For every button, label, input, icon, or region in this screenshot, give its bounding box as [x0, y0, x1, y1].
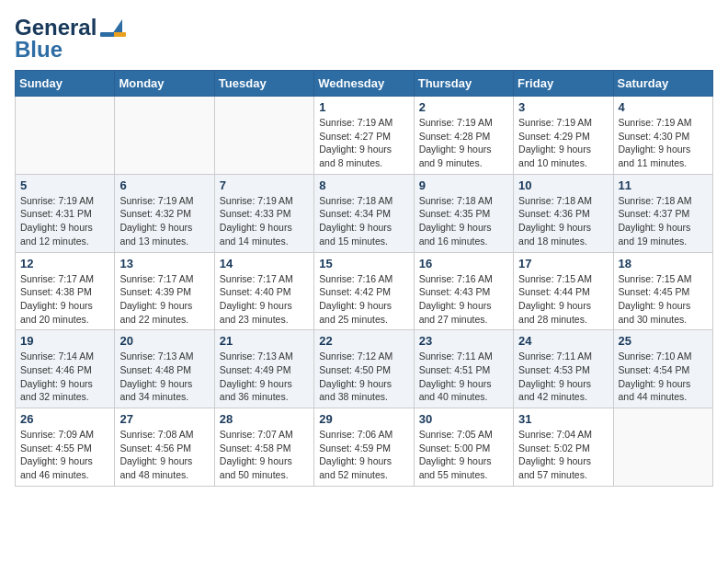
- calendar-table: SundayMondayTuesdayWednesdayThursdayFrid…: [15, 70, 713, 487]
- calendar-cell: 28Sunrise: 7:07 AMSunset: 4:58 PMDayligh…: [214, 408, 313, 487]
- calendar-cell: 18Sunrise: 7:15 AMSunset: 4:45 PMDayligh…: [613, 252, 712, 330]
- day-number: 29: [319, 412, 408, 426]
- day-info: Sunrise: 7:11 AMSunset: 4:51 PMDaylight:…: [419, 350, 508, 404]
- day-info: Sunrise: 7:05 AMSunset: 5:00 PMDaylight:…: [419, 428, 508, 482]
- calendar-cell: 6Sunrise: 7:19 AMSunset: 4:32 PMDaylight…: [115, 174, 214, 252]
- day-info: Sunrise: 7:19 AMSunset: 4:28 PMDaylight:…: [419, 116, 508, 170]
- logo-blue: Blue: [15, 37, 63, 63]
- weekday-header-saturday: Saturday: [613, 71, 712, 97]
- day-info: Sunrise: 7:14 AMSunset: 4:46 PMDaylight:…: [20, 350, 109, 404]
- day-number: 7: [220, 178, 309, 192]
- weekday-header-tuesday: Tuesday: [214, 71, 313, 97]
- day-info: Sunrise: 7:18 AMSunset: 4:35 PMDaylight:…: [419, 194, 508, 248]
- day-info: Sunrise: 7:19 AMSunset: 4:31 PMDaylight:…: [20, 194, 109, 248]
- day-info: Sunrise: 7:18 AMSunset: 4:36 PMDaylight:…: [518, 194, 608, 248]
- day-number: 23: [419, 334, 508, 348]
- calendar-cell: 20Sunrise: 7:13 AMSunset: 4:48 PMDayligh…: [115, 330, 214, 408]
- day-number: 10: [518, 178, 608, 192]
- day-number: 4: [619, 100, 708, 114]
- day-number: 2: [419, 100, 508, 114]
- day-info: Sunrise: 7:11 AMSunset: 4:53 PMDaylight:…: [518, 350, 608, 404]
- day-info: Sunrise: 7:17 AMSunset: 4:39 PMDaylight:…: [119, 272, 209, 327]
- calendar-cell: [613, 408, 712, 487]
- calendar-cell: 8Sunrise: 7:18 AMSunset: 4:34 PMDaylight…: [314, 174, 414, 252]
- calendar-week-3: 12Sunrise: 7:17 AMSunset: 4:38 PMDayligh…: [16, 252, 713, 330]
- calendar-cell: 26Sunrise: 7:09 AMSunset: 4:55 PMDayligh…: [16, 408, 115, 487]
- weekday-header-row: SundayMondayTuesdayWednesdayThursdayFrid…: [16, 71, 713, 97]
- weekday-header-sunday: Sunday: [16, 71, 115, 97]
- calendar-week-4: 19Sunrise: 7:14 AMSunset: 4:46 PMDayligh…: [16, 330, 713, 408]
- calendar-cell: 16Sunrise: 7:16 AMSunset: 4:43 PMDayligh…: [414, 252, 513, 330]
- day-info: Sunrise: 7:17 AMSunset: 4:38 PMDaylight:…: [20, 272, 109, 327]
- day-number: 5: [20, 178, 109, 192]
- day-info: Sunrise: 7:16 AMSunset: 4:42 PMDaylight:…: [319, 272, 408, 327]
- logo: General Blue: [15, 15, 126, 63]
- calendar-cell: 29Sunrise: 7:06 AMSunset: 4:59 PMDayligh…: [314, 408, 414, 487]
- calendar-week-5: 26Sunrise: 7:09 AMSunset: 4:55 PMDayligh…: [16, 408, 713, 487]
- calendar-cell: 3Sunrise: 7:19 AMSunset: 4:29 PMDaylight…: [514, 97, 613, 175]
- calendar-cell: 7Sunrise: 7:19 AMSunset: 4:33 PMDaylight…: [214, 174, 313, 252]
- calendar-week-1: 1Sunrise: 7:19 AMSunset: 4:27 PMDaylight…: [16, 97, 713, 175]
- day-number: 28: [220, 412, 309, 426]
- day-number: 13: [119, 257, 209, 270]
- day-info: Sunrise: 7:19 AMSunset: 4:30 PMDaylight:…: [619, 116, 708, 170]
- page-header: General Blue: [15, 15, 713, 63]
- weekday-header-friday: Friday: [514, 71, 613, 97]
- day-number: 9: [419, 178, 508, 192]
- calendar-cell: 14Sunrise: 7:17 AMSunset: 4:40 PMDayligh…: [214, 252, 313, 330]
- calendar-cell: 27Sunrise: 7:08 AMSunset: 4:56 PMDayligh…: [115, 408, 214, 487]
- weekday-header-wednesday: Wednesday: [314, 71, 414, 97]
- day-info: Sunrise: 7:19 AMSunset: 4:33 PMDaylight:…: [220, 194, 309, 248]
- calendar-cell: [16, 97, 115, 175]
- day-number: 16: [419, 257, 508, 270]
- weekday-header-monday: Monday: [115, 71, 214, 97]
- calendar-body: 1Sunrise: 7:19 AMSunset: 4:27 PMDaylight…: [16, 97, 713, 487]
- day-number: 8: [319, 178, 408, 192]
- day-number: 12: [20, 257, 109, 270]
- calendar-cell: 22Sunrise: 7:12 AMSunset: 4:50 PMDayligh…: [314, 330, 414, 408]
- day-info: Sunrise: 7:19 AMSunset: 4:32 PMDaylight:…: [119, 194, 209, 248]
- day-number: 14: [220, 257, 309, 270]
- day-info: Sunrise: 7:12 AMSunset: 4:50 PMDaylight:…: [319, 350, 408, 404]
- day-info: Sunrise: 7:09 AMSunset: 4:55 PMDaylight:…: [20, 428, 109, 482]
- day-info: Sunrise: 7:19 AMSunset: 4:29 PMDaylight:…: [518, 116, 608, 170]
- day-number: 6: [119, 178, 209, 192]
- calendar-week-2: 5Sunrise: 7:19 AMSunset: 4:31 PMDaylight…: [16, 174, 713, 252]
- day-number: 17: [518, 257, 608, 270]
- day-info: Sunrise: 7:19 AMSunset: 4:27 PMDaylight:…: [319, 116, 408, 170]
- day-number: 25: [619, 334, 708, 348]
- day-number: 31: [518, 412, 608, 426]
- day-info: Sunrise: 7:15 AMSunset: 4:45 PMDaylight:…: [619, 272, 708, 327]
- calendar-cell: 15Sunrise: 7:16 AMSunset: 4:42 PMDayligh…: [314, 252, 414, 330]
- calendar-cell: 23Sunrise: 7:11 AMSunset: 4:51 PMDayligh…: [414, 330, 513, 408]
- day-number: 24: [518, 334, 608, 348]
- day-info: Sunrise: 7:15 AMSunset: 4:44 PMDaylight:…: [518, 272, 608, 327]
- calendar-cell: 10Sunrise: 7:18 AMSunset: 4:36 PMDayligh…: [514, 174, 613, 252]
- day-number: 3: [518, 100, 608, 114]
- calendar-cell: 21Sunrise: 7:13 AMSunset: 4:49 PMDayligh…: [214, 330, 313, 408]
- day-number: 1: [319, 100, 408, 114]
- day-info: Sunrise: 7:06 AMSunset: 4:59 PMDaylight:…: [319, 428, 408, 482]
- day-number: 15: [319, 257, 408, 270]
- day-info: Sunrise: 7:18 AMSunset: 4:37 PMDaylight:…: [619, 194, 708, 248]
- day-info: Sunrise: 7:13 AMSunset: 4:48 PMDaylight:…: [119, 350, 209, 404]
- weekday-header-thursday: Thursday: [414, 71, 513, 97]
- day-number: 27: [119, 412, 209, 426]
- day-number: 21: [220, 334, 309, 348]
- day-number: 22: [319, 334, 408, 348]
- day-number: 19: [20, 334, 109, 348]
- day-info: Sunrise: 7:10 AMSunset: 4:54 PMDaylight:…: [619, 350, 708, 404]
- calendar-cell: 17Sunrise: 7:15 AMSunset: 4:44 PMDayligh…: [514, 252, 613, 330]
- day-number: 26: [20, 412, 109, 426]
- calendar-cell: 12Sunrise: 7:17 AMSunset: 4:38 PMDayligh…: [16, 252, 115, 330]
- day-info: Sunrise: 7:07 AMSunset: 4:58 PMDaylight:…: [220, 428, 309, 482]
- calendar-cell: 30Sunrise: 7:05 AMSunset: 5:00 PMDayligh…: [414, 408, 513, 487]
- day-info: Sunrise: 7:13 AMSunset: 4:49 PMDaylight:…: [220, 350, 309, 404]
- day-info: Sunrise: 7:16 AMSunset: 4:43 PMDaylight:…: [419, 272, 508, 327]
- calendar-cell: 1Sunrise: 7:19 AMSunset: 4:27 PMDaylight…: [314, 97, 414, 175]
- calendar-cell: 11Sunrise: 7:18 AMSunset: 4:37 PMDayligh…: [613, 174, 712, 252]
- calendar-cell: 24Sunrise: 7:11 AMSunset: 4:53 PMDayligh…: [514, 330, 613, 408]
- day-number: 18: [619, 257, 708, 270]
- calendar-cell: 19Sunrise: 7:14 AMSunset: 4:46 PMDayligh…: [16, 330, 115, 408]
- calendar-cell: 25Sunrise: 7:10 AMSunset: 4:54 PMDayligh…: [613, 330, 712, 408]
